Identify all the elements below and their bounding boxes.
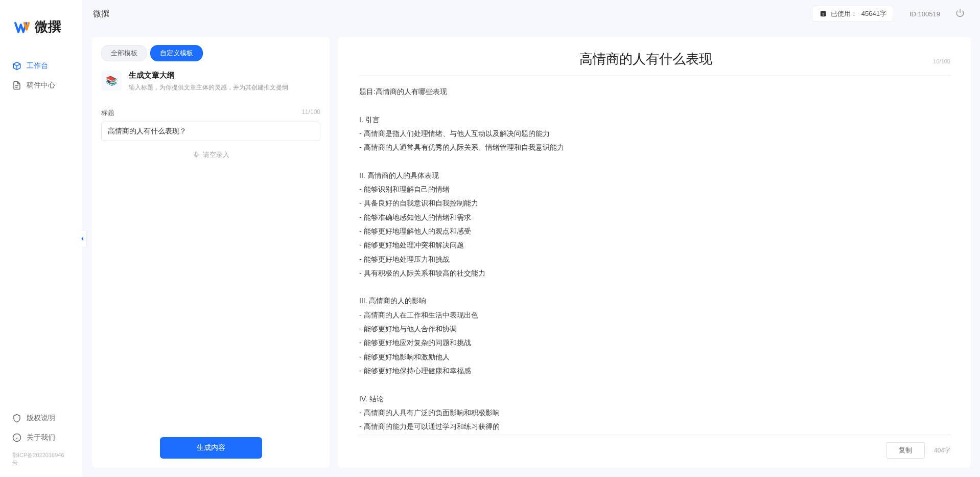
voice-input-button[interactable]: 请空录入 [101, 150, 320, 160]
sidebar-item-label: 关于我们 [27, 433, 55, 442]
usage-label: 已使用： [831, 9, 857, 18]
info-icon [12, 433, 21, 442]
generate-button[interactable]: 生成内容 [160, 437, 262, 459]
form-section: 标题 11/100 请空录入 [92, 97, 330, 165]
power-icon [955, 8, 965, 17]
voice-input-label: 请空录入 [203, 150, 229, 160]
svg-rect-8 [195, 152, 197, 155]
generate-row: 生成内容 [92, 428, 330, 468]
shield-icon [12, 414, 21, 423]
sidebar-item-workbench[interactable]: 工作台 [0, 56, 82, 76]
output-header: 高情商的人有什么表现 10/100 [358, 50, 950, 76]
sidebar-item-label: 工作台 [27, 61, 48, 71]
usage-badge[interactable]: T 已使用： 45641字 [812, 6, 894, 22]
config-panel: 全部模板 自定义模板 📚 生成文章大纲 输入标题，为你提供文章主体的灵感，并为其… [92, 37, 330, 468]
chevron-left-icon [80, 236, 85, 241]
sidebar-item-drafts[interactable]: 稿件中心 [0, 76, 82, 95]
sidebar-item-about[interactable]: 关于我们 [0, 428, 82, 447]
template-desc: 输入标题，为你提供文章主体的灵感，并为其创建推文提纲 [129, 83, 288, 92]
sidebar-item-copyright[interactable]: 版权说明 [0, 408, 82, 428]
sidebar-item-label: 稿件中心 [27, 81, 55, 90]
topbar-right: T 已使用： 45641字 ID:100519 [812, 6, 965, 22]
output-body[interactable]: 题目:高情商的人有哪些表现 I. 引言 - 高情商是指人们处理情绪、与他人互动以… [358, 76, 950, 435]
tab-custom-templates[interactable]: 自定义模板 [150, 45, 203, 61]
sidebar-footer: 版权说明 关于我们 鄂ICP备2022016946号 [0, 408, 82, 477]
copy-button[interactable]: 复制 [886, 442, 925, 459]
template-tabs: 全部模板 自定义模板 [92, 37, 330, 61]
usage-value: 45641字 [861, 9, 886, 18]
title-input[interactable] [101, 122, 320, 141]
output-panel: 高情商的人有什么表现 10/100 题目:高情商的人有哪些表现 I. 引言 - … [338, 37, 971, 468]
icp-text: 鄂ICP备2022016946号 [0, 447, 82, 467]
title-label-row: 标题 11/100 [101, 108, 320, 118]
template-name: 生成文章大纲 [129, 71, 288, 80]
sidebar-nav: 工作台 稿件中心 [0, 51, 82, 100]
topbar: 微撰 T 已使用： 45641字 ID:100519 [82, 0, 980, 28]
microphone-icon [193, 151, 200, 158]
template-icon: 📚 [101, 71, 122, 91]
power-button[interactable] [955, 8, 965, 19]
sidebar-item-label: 版权说明 [27, 414, 55, 423]
brand-logo-icon [14, 20, 31, 34]
title-counter: 11/100 [301, 108, 320, 118]
template-card: 📚 生成文章大纲 输入标题，为你提供文章主体的灵感，并为其创建推文提纲 [92, 61, 330, 97]
user-id: ID:100519 [909, 10, 940, 18]
document-icon [12, 81, 21, 90]
template-info: 生成文章大纲 输入标题，为你提供文章主体的灵感，并为其创建推文提纲 [129, 71, 288, 92]
svg-text:T: T [822, 12, 825, 17]
sidebar: 微撰 工作台 稿件中心 版权说明 关于我们 鄂ICP备2022016946号 [0, 0, 82, 477]
output-footer: 复制 404字 [358, 435, 950, 459]
cube-icon [12, 61, 21, 71]
page-title: 微撰 [93, 9, 109, 19]
text-icon: T [820, 10, 827, 17]
output-title-counter: 10/100 [933, 58, 950, 64]
main: 全部模板 自定义模板 📚 生成文章大纲 输入标题，为你提供文章主体的灵感，并为其… [82, 28, 980, 477]
word-count: 404字 [934, 446, 950, 455]
output-title: 高情商的人有什么表现 [358, 50, 933, 68]
brand-name: 微撰 [35, 18, 61, 36]
title-label: 标题 [101, 108, 114, 118]
sidebar-collapse-handle[interactable] [78, 231, 86, 247]
brand-area: 微撰 [0, 0, 82, 51]
tab-all-templates[interactable]: 全部模板 [101, 45, 147, 61]
